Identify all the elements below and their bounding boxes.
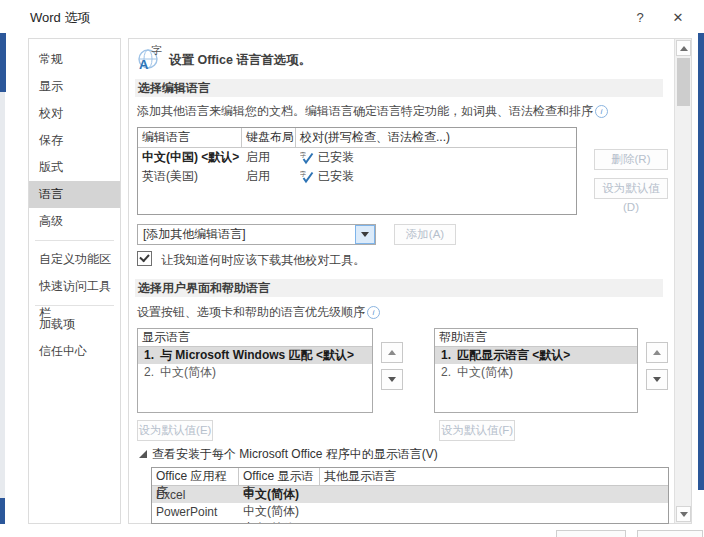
apps-table-header-row: Office 应用程序 Office 显示语言 其他显示语言 [152,468,668,486]
apps-table-row-powerpoint[interactable]: PowerPoint 中文(简体) [152,503,668,520]
display-language-item-1[interactable]: 1. 与 Microsoft Windows 匹配 <默认> [138,347,372,364]
arrow-up-icon [653,350,661,355]
sidebar-item-save[interactable]: 保存 [29,127,120,154]
column-header-proofing: 校对(拼写检查、语法检查...) [296,128,576,147]
display-language-listbox: 显示语言 1. 与 Microsoft Windows 匹配 <默认> 2. 中… [137,328,373,413]
ui-languages-description: 设置按钮、选项卡和帮助的语言优先级顺序i [137,304,380,321]
set-as-default-button-help[interactable]: 设为默认值(F) [439,420,515,441]
table-row-english[interactable]: 英语(美国) 启用 字 已安装 [138,167,576,186]
svg-text:字: 字 [151,44,162,56]
panel-intro-text: 设置 Office 语言首选项。 [169,52,311,69]
section-header-ui-help-languages: 选择用户界面和帮助语言 [135,279,663,297]
arrow-down-icon [680,512,688,517]
column-header-editing-language: 编辑语言 [138,128,242,147]
close-button[interactable]: ✕ [663,7,693,29]
help-language-item-2[interactable]: 2. 中文(简体) [435,364,637,381]
sidebar-item-advanced[interactable]: 高级 [29,208,120,235]
section-header-editing-languages: 选择编辑语言 [135,79,663,97]
checkbox[interactable] [137,251,152,266]
table-row-chinese[interactable]: 中文(中国) <默认> 启用 字 已安装 [138,148,576,167]
display-language-item-2[interactable]: 2. 中文(简体) [138,364,372,381]
title-bar: Word 选项 ? ✕ [0,0,704,33]
checkbox-label: 让我知道何时应该下载其他校对工具。 [161,253,365,267]
background-window-edge-left-bottom [0,498,5,524]
arrow-down-icon [388,377,396,382]
sidebar-item-trust-center[interactable]: 信任中心 [29,338,120,365]
help-language-title: 帮助语言 [435,329,637,347]
dialog-title: Word 选项 [30,9,90,27]
set-as-default-button-editing[interactable]: 设为默认值(D) [594,178,668,199]
sidebar-item-layout[interactable]: 版式 [29,154,120,181]
column-header-office-display-language: Office 显示语言 [239,468,320,485]
help-move-up-button[interactable] [646,342,668,363]
arrow-up-icon [388,350,396,355]
language-options-panel: 字 A 设置 Office 语言首选项。 选择编辑语言 添加其他语言来编辑您的文… [128,38,692,524]
apps-table-row-excel[interactable]: Excel 中文(简体) [152,486,668,503]
cancel-button-partial[interactable] [637,530,703,537]
sidebar-item-addins[interactable]: 加载项 [29,311,120,338]
display-language-title: 显示语言 [138,329,372,347]
office-apps-language-table: Office 应用程序 Office 显示语言 其他显示语言 Excel 中文(… [151,467,669,524]
sidebar-item-language[interactable]: 语言 [29,181,120,208]
info-icon[interactable]: i [595,105,608,118]
apps-table-row-word[interactable]: Word 中文(简体) [152,520,668,524]
add-editing-language-dropdown[interactable]: [添加其他编辑语言] [137,224,376,245]
background-window-edge-left-gray [0,92,5,498]
arrow-down-icon [653,377,661,382]
options-sidebar: 常规 显示 校对 保存 版式 语言 高级 自定义功能区 快速访问工具栏 加载项 … [28,38,121,524]
help-button[interactable]: ? [625,7,655,29]
svg-text:字: 字 [300,151,306,158]
help-move-down-button[interactable] [646,369,668,390]
column-header-other-display-languages: 其他显示语言 [320,468,668,485]
editing-languages-description: 添加其他语言来编辑您的文档。编辑语言确定语言特定功能，如词典、语法检查和排序i [137,103,608,120]
svg-text:A: A [139,57,149,72]
info-icon[interactable]: i [367,306,380,319]
expander-triangle-icon [139,450,147,458]
editing-table-header-row: 编辑语言 键盘布局 校对(拼写检查、语法检查...) [138,128,576,148]
column-header-keyboard-layout: 键盘布局 [242,128,296,147]
dropdown-arrow-button[interactable] [355,225,375,244]
vertical-scrollbar[interactable] [674,39,691,523]
ok-button-partial[interactable] [556,530,626,537]
chevron-down-icon [361,232,369,237]
sidebar-item-general[interactable]: 常规 [29,46,120,73]
spell-check-icon: 字 [300,151,314,165]
remove-button[interactable]: 删除(R) [594,149,668,170]
language-preferences-icon: 字 A [135,43,165,76]
spell-check-icon: 字 [300,170,314,184]
sidebar-item-customize-ribbon[interactable]: 自定义功能区 [29,246,120,273]
help-language-listbox: 帮助语言 1. 匹配显示语言 <默认> 2. 中文(简体) [434,328,638,413]
arrow-up-icon [680,46,688,51]
add-button[interactable]: 添加(A) [394,224,456,245]
scrollbar-thumb[interactable] [677,58,690,106]
display-move-up-button[interactable] [381,342,403,363]
checkmark-icon [139,252,149,263]
background-window-edge-right [698,12,704,490]
help-language-item-1[interactable]: 1. 匹配显示语言 <默认> [435,347,637,364]
sidebar-item-display[interactable]: 显示 [29,73,120,100]
sidebar-item-quick-access-toolbar[interactable]: 快速访问工具栏 [29,273,120,300]
sidebar-item-proofing[interactable]: 校对 [29,100,120,127]
sidebar-divider [35,240,114,241]
column-header-office-app: Office 应用程序 [152,468,239,485]
editing-languages-table: 编辑语言 键盘布局 校对(拼写检查、语法检查...) 中文(中国) <默认> 启… [137,127,577,215]
display-move-down-button[interactable] [381,369,403,390]
word-options-dialog: Word 选项 ? ✕ 常规 显示 校对 保存 版式 语言 高级 自定义功能区 … [0,0,704,537]
scrollbar-up-button[interactable] [676,40,691,56]
svg-text:字: 字 [300,170,306,177]
set-as-default-button-display[interactable]: 设为默认值(E) [137,420,213,441]
scrollbar-down-button[interactable] [676,506,691,522]
view-display-languages-expander[interactable]: 查看安装于每个 Microsoft Office 程序中的显示语言(V) [139,446,438,463]
download-proofing-checkbox-row[interactable]: 让我知道何时应该下载其他校对工具。 [137,251,365,269]
